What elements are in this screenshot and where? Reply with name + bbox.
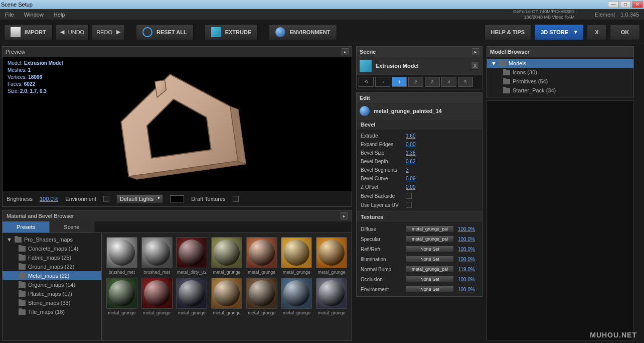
- material-thumb[interactable]: metal_grunge: [246, 237, 278, 275]
- model-folder[interactable]: Icons (30): [487, 68, 633, 77]
- expand-button[interactable]: ▸: [342, 48, 349, 55]
- material-thumb[interactable]: metal_grunge: [281, 237, 313, 275]
- close-button[interactable]: ✕: [632, 1, 643, 8]
- slot-3[interactable]: 3: [425, 77, 440, 87]
- tree-folder[interactable]: Ground_maps (22): [3, 262, 101, 271]
- texture-row: Normal Bumpmetal_grunge_pai119.0%: [357, 264, 482, 274]
- minimize-button[interactable]: —: [608, 1, 619, 8]
- material-thumb[interactable]: metal_grunge: [246, 278, 278, 315]
- slot-4[interactable]: 4: [441, 77, 456, 87]
- property-value[interactable]: 0.62: [406, 159, 415, 164]
- preview-viewport[interactable]: Model: Extrusion Model Meshes: 1 Vertice…: [3, 57, 352, 191]
- link-icon[interactable]: ⟲: [359, 77, 374, 87]
- slot-1[interactable]: 1: [392, 77, 407, 87]
- texture-button[interactable]: None Set: [406, 246, 454, 253]
- texture-button[interactable]: None Set: [406, 286, 454, 293]
- texture-button[interactable]: None Set: [406, 276, 454, 283]
- material-thumb[interactable]: metal_grunge: [176, 278, 208, 315]
- 3d-store-button[interactable]: 3D STORE: [534, 24, 584, 40]
- property-value[interactable]: 1.60: [406, 133, 415, 139]
- model-folder[interactable]: Starter_Pack (34): [487, 86, 633, 95]
- folder-icon: [503, 70, 510, 75]
- models-root[interactable]: ▼ Models: [487, 59, 633, 68]
- slot-5[interactable]: 5: [458, 77, 473, 87]
- model-folder[interactable]: Primitives (54): [487, 77, 633, 86]
- texture-percent[interactable]: 119.0%: [458, 267, 475, 272]
- loader-icon[interactable]: ○: [375, 77, 390, 87]
- tree-root[interactable]: ▼ Pro_Shaders_maps: [3, 235, 101, 244]
- tree-folder[interactable]: Stone_maps (33): [3, 298, 101, 307]
- folder-icon: [19, 309, 26, 315]
- scene-object-name[interactable]: Extrusion Model: [376, 63, 419, 69]
- x-button[interactable]: X: [587, 24, 607, 40]
- expand-button[interactable]: ▸: [472, 48, 479, 55]
- textures-section-title: Textures: [357, 211, 482, 222]
- tree-folder[interactable]: Tile_maps (18): [3, 307, 101, 316]
- bevel-section-title: Bevel: [357, 119, 482, 130]
- gpu-label: GeForce GT 740M/PCIe/SSE2: [513, 9, 575, 15]
- material-thumb[interactable]: metal_dirty_02: [176, 237, 208, 275]
- preview-title: Preview: [6, 49, 25, 55]
- material-thumb[interactable]: brushed_met: [106, 237, 138, 275]
- texture-percent[interactable]: 100.0%: [458, 247, 475, 252]
- current-material-name[interactable]: metal_grunge_painted_14: [374, 108, 442, 114]
- property-value[interactable]: 0.00: [406, 184, 415, 190]
- texture-row: IlluminationNone Set100.0%: [357, 254, 482, 264]
- draft-textures-checkbox[interactable]: [233, 196, 239, 202]
- texture-percent[interactable]: 100.0%: [458, 257, 475, 262]
- texture-button[interactable]: metal_grunge_pai: [406, 225, 454, 233]
- texture-button[interactable]: None Set: [406, 256, 454, 263]
- property-label: Use Layer as UV: [361, 202, 406, 208]
- checkbox[interactable]: [406, 202, 412, 208]
- tab-presets[interactable]: Presets: [3, 221, 50, 233]
- bg-color-swatch[interactable]: [170, 195, 184, 202]
- material-thumb[interactable]: metal_grunge: [315, 278, 348, 315]
- maximize-button[interactable]: □: [620, 1, 631, 8]
- checkbox[interactable]: [406, 193, 412, 199]
- texture-percent[interactable]: 100.0%: [458, 277, 475, 282]
- material-thumb[interactable]: metal_grunge: [106, 278, 138, 315]
- property-value[interactable]: 1.38: [406, 150, 415, 156]
- undo-button[interactable]: ◀ UNDO: [56, 24, 89, 40]
- tree-folder[interactable]: Metal_maps (22): [3, 271, 101, 280]
- menu-file[interactable]: File: [5, 12, 14, 18]
- texture-percent[interactable]: 100.0%: [458, 237, 475, 242]
- tab-scene[interactable]: Scene: [50, 221, 94, 233]
- import-button[interactable]: IMPORT: [4, 24, 53, 40]
- redo-button[interactable]: REDO ▶: [92, 24, 125, 40]
- tree-folder[interactable]: Fabric_maps (25): [3, 253, 101, 262]
- brightness-value[interactable]: 100.0%: [40, 196, 58, 202]
- ok-button[interactable]: OK: [610, 24, 640, 40]
- property-value[interactable]: 0.00: [406, 142, 415, 147]
- slot-2[interactable]: 2: [408, 77, 423, 87]
- environment-checkbox[interactable]: [103, 196, 109, 202]
- model-browser-panel: Model Browser ▼ Models Icons (30) Primit…: [487, 46, 634, 97]
- texture-button[interactable]: metal_grunge_pai: [406, 266, 454, 273]
- menu-help[interactable]: Help: [54, 12, 65, 18]
- material-thumb[interactable]: metal_grunge: [315, 237, 348, 275]
- menu-window[interactable]: Window: [24, 12, 44, 18]
- lights-dropdown[interactable]: Default Lights: [116, 194, 163, 203]
- tree-folder[interactable]: Plastic_maps (17): [3, 289, 101, 298]
- watermark: MUHOU.NET: [590, 331, 637, 339]
- material-thumb[interactable]: metal_grunge: [211, 237, 243, 275]
- material-thumb[interactable]: brushed_met: [141, 237, 173, 275]
- help-tips-button[interactable]: HELP & TIPS: [485, 24, 532, 40]
- extrude-button[interactable]: EXTRUDE: [205, 24, 258, 40]
- reset-all-button[interactable]: RESET ALL: [136, 24, 194, 40]
- tree-folder[interactable]: Concrete_maps (14): [3, 244, 101, 253]
- expand-button[interactable]: ▸: [341, 212, 348, 219]
- texture-percent[interactable]: 100.0%: [458, 287, 475, 292]
- property-value[interactable]: 0.09: [406, 176, 415, 181]
- property-label: Extrude: [361, 133, 406, 139]
- material-thumb[interactable]: metal_grunge: [281, 278, 313, 315]
- material-thumb[interactable]: metal_grunge: [141, 278, 173, 315]
- property-value[interactable]: 3: [406, 167, 409, 173]
- texture-percent[interactable]: 100.0%: [458, 226, 475, 232]
- tree-folder[interactable]: Organic_maps (14): [3, 280, 101, 289]
- environment-button[interactable]: ENVIRONMENT: [269, 24, 337, 40]
- material-thumb[interactable]: metal_grunge: [211, 278, 243, 315]
- remove-object-button[interactable]: X: [471, 62, 479, 70]
- app-name: Element: [595, 12, 615, 18]
- texture-button[interactable]: metal_grunge_pai: [406, 236, 454, 243]
